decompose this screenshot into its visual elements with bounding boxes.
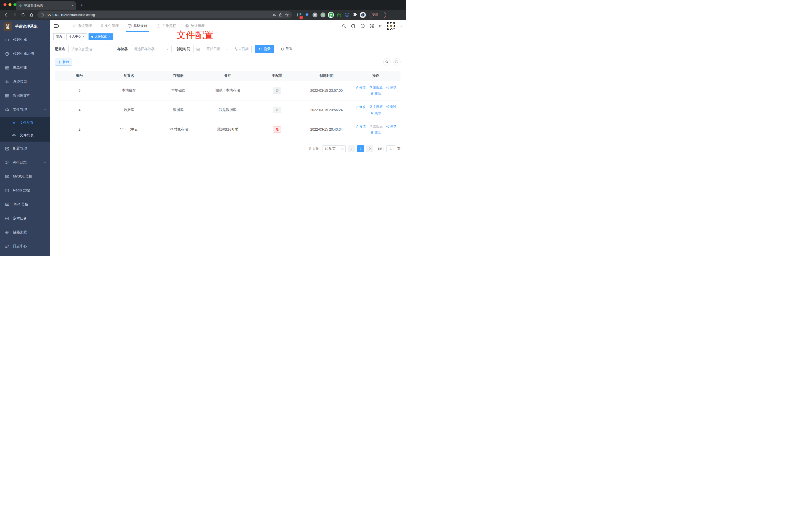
test-action[interactable]: 测试 (386, 124, 397, 129)
forward-button[interactable] (11, 11, 18, 19)
chrome-update-button[interactable]: 更新 ⋮ (370, 12, 386, 18)
new-tab-button[interactable]: ＋ (79, 2, 84, 8)
font-size-icon[interactable]: tT (379, 24, 382, 28)
pagination-total: 共 3 条 (309, 147, 319, 151)
nav-item-system-mgmt[interactable]: 系统管理 (67, 20, 96, 32)
tag-profile[interactable]: 个人中心 × (66, 33, 87, 40)
back-button[interactable] (2, 11, 9, 19)
extension-rings-icon[interactable] (344, 12, 350, 18)
window-controls[interactable] (3, 3, 17, 6)
sidebar-item-code-gen[interactable]: 代码生成 (0, 33, 50, 47)
master-action[interactable]: 主配置 (369, 105, 383, 109)
url-text[interactable]: 127.0.0.1:1024/infra/file/file-config (46, 13, 270, 17)
extensions-puzzle-icon[interactable] (352, 12, 358, 18)
start-date-placeholder[interactable]: 开始日期 (206, 47, 221, 51)
browser-menu-kebab-icon[interactable]: ⋮ (380, 13, 383, 17)
sidebar-item-java-monitor[interactable]: Java 监控 (0, 198, 50, 211)
close-window-button[interactable] (3, 3, 6, 6)
sidebar-item-form-builder[interactable]: 表单构建 (0, 61, 50, 75)
sidebar-item-api-log[interactable]: API 日志 (0, 155, 50, 170)
end-date-placeholder[interactable]: 结束日期 (235, 47, 249, 51)
nav-item-reports[interactable]: 统计报表 (180, 20, 209, 32)
sidebar-item-db-doc[interactable]: 数据库文档 (0, 89, 50, 103)
refresh-table-button[interactable] (393, 58, 401, 65)
edit-action[interactable]: 修改 (355, 105, 366, 109)
search-button[interactable]: 搜索 (255, 45, 274, 53)
extension-gem-icon[interactable] (304, 12, 310, 18)
delete-action[interactable]: 删除 (371, 91, 381, 96)
user-avatar-qr[interactable] (386, 22, 396, 30)
search-icon[interactable] (342, 24, 346, 28)
fullscreen-icon[interactable] (370, 24, 374, 28)
plus-icon (58, 61, 61, 64)
sidebar-item-config-mgmt[interactable]: 配置管理 (0, 142, 50, 155)
sidebar-item-mysql-monitor[interactable]: MySQL 监控 (0, 170, 50, 183)
avatar-dropdown-caret-icon[interactable] (400, 24, 403, 27)
password-key-icon[interactable] (272, 13, 277, 17)
goto-page-input[interactable] (386, 145, 395, 152)
delete-action[interactable]: 删除 (371, 130, 381, 135)
config-name-input[interactable] (68, 45, 111, 53)
test-action[interactable]: 测试 (386, 85, 397, 90)
tag-home[interactable]: 首页 (53, 33, 65, 40)
sidebar-item-scheduled-jobs[interactable]: 定时任务 (0, 211, 50, 225)
calendar-icon (196, 48, 200, 51)
bookmark-star-icon[interactable] (285, 13, 289, 17)
next-page-button[interactable] (366, 145, 373, 152)
form-icon (5, 66, 9, 70)
sidebar-item-file-config[interactable]: 文件配置 (0, 117, 50, 129)
reload-button[interactable] (20, 11, 26, 19)
site-info-icon[interactable] (40, 13, 44, 17)
tag-close-icon[interactable]: × (83, 35, 84, 38)
sidebar-item-file-list[interactable]: 文件列表 (0, 129, 50, 142)
search-icon (259, 48, 262, 51)
page-size-select[interactable]: 10条/页 (322, 145, 346, 152)
cell-remark: 戴佩妮真可爱 (203, 120, 252, 139)
extension-star-icon[interactable] (336, 12, 342, 18)
help-icon[interactable] (360, 24, 365, 28)
browser-tab[interactable]: 芋道管理系统 × (16, 1, 76, 10)
extension-emoji-icon[interactable]: 😀 (359, 12, 366, 18)
test-action[interactable]: 测试 (386, 105, 397, 109)
collapse-sidebar-icon[interactable] (54, 24, 59, 28)
extension-manager-icon[interactable]: 11 (296, 12, 302, 18)
sidebar-item-code-gen-demo[interactable]: 代码生成示例 (0, 47, 50, 61)
master-action[interactable]: 主配置 (369, 85, 383, 90)
nav-item-payment-mgmt[interactable]: ¥ 支付管理 (96, 20, 123, 32)
sidebar-item-redis-monitor[interactable]: Redis 监控 (0, 183, 50, 198)
delete-action[interactable]: 删除 (371, 111, 381, 115)
share-icon[interactable] (279, 13, 283, 17)
minimize-window-button[interactable] (8, 3, 11, 6)
date-range-picker[interactable]: 开始日期 - 结束日期 (193, 45, 252, 53)
sidebar-item-tracing[interactable]: 链路追踪 (0, 225, 50, 239)
page-number-button[interactable]: 1 (357, 145, 364, 152)
extension-command-icon[interactable]: ⌘ (312, 12, 318, 18)
nav-item-infrastructure[interactable]: 基础设施 (123, 20, 152, 32)
tag-close-icon[interactable]: × (108, 35, 110, 38)
cell-created: 2022-03-15 20:43:34 (302, 120, 351, 139)
gear-icon (12, 121, 16, 125)
extension-y-icon[interactable]: y (328, 12, 334, 18)
prev-page-button[interactable] (348, 145, 355, 152)
reset-button[interactable]: 重置 (277, 45, 296, 53)
storage-select[interactable]: 请选择存储器 (131, 45, 172, 53)
config-name-input-field[interactable] (71, 47, 108, 51)
maximize-window-button[interactable] (13, 3, 17, 6)
extension-record-icon[interactable] (320, 12, 326, 18)
edit-action[interactable]: 修改 (355, 124, 366, 129)
table-toolbar: 新增 (55, 58, 401, 65)
sidebar-item-system-api[interactable]: 系统接口 (0, 75, 50, 89)
master-action-disabled: 主配置 (369, 124, 383, 129)
toggle-search-button[interactable] (383, 58, 390, 65)
github-icon[interactable] (351, 24, 356, 28)
home-button[interactable] (28, 11, 35, 19)
sidebar-item-log-center[interactable]: 日志中心 (0, 239, 50, 253)
tag-file-config-active[interactable]: 文件配置 × (89, 33, 113, 40)
yen-icon: ¥ (101, 24, 103, 28)
sidebar-item-file-mgmt[interactable]: 文件管理 (0, 103, 50, 117)
tab-close-icon[interactable]: × (71, 3, 73, 7)
add-button[interactable]: 新增 (55, 59, 72, 65)
nav-item-workflow[interactable]: 工作流程 (152, 20, 180, 32)
edit-action[interactable]: 修改 (355, 85, 366, 90)
address-bar[interactable]: 127.0.0.1:1024/infra/file/file-config (37, 11, 292, 19)
